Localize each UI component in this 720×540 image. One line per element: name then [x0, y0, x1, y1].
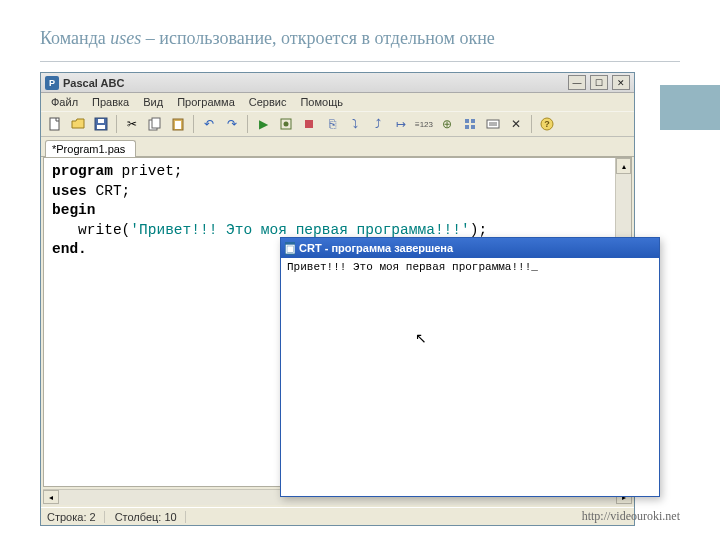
menubar: Файл Правка Вид Программа Сервис Помощь	[41, 93, 634, 111]
decorative-stripe	[660, 85, 720, 130]
run-icon[interactable]: ▶	[253, 114, 273, 134]
crt-titlebar[interactable]: ▣ CRT - программа завершена	[281, 238, 659, 258]
slide-title: Команда uses – использование, откроется …	[0, 0, 720, 61]
svg-rect-2	[97, 125, 105, 129]
crt-title-text: CRT - программа завершена	[299, 242, 453, 254]
bookmark-icon[interactable]: ≡123	[414, 114, 434, 134]
ide-title-text: Pascal ABC	[63, 77, 564, 89]
code-string: 'Привет!!! Это моя первая программа!!!'	[130, 222, 469, 238]
status-col: Столбец: 10	[115, 511, 186, 523]
step-icon[interactable]: ⎘	[322, 114, 342, 134]
code-kw-program: program	[52, 163, 113, 179]
output-icon[interactable]	[483, 114, 503, 134]
code-kw-uses: uses	[52, 183, 87, 199]
toolbar: ✂ ↶ ↷ ▶ ⎘ ⤵ ⤴ ↦ ≡123 ⊕ ✕ ?	[41, 111, 634, 137]
scroll-left-icon[interactable]: ◂	[43, 490, 59, 504]
svg-text:?: ?	[544, 119, 550, 129]
menu-service[interactable]: Сервис	[243, 95, 293, 109]
code-kw-end: end.	[52, 241, 87, 257]
svg-rect-14	[471, 125, 475, 129]
clear-icon[interactable]: ✕	[506, 114, 526, 134]
title-post: – использование, откроется в отдельном о…	[141, 28, 494, 48]
code-text: CRT;	[87, 183, 131, 199]
menu-program[interactable]: Программа	[171, 95, 241, 109]
pascal-icon: P	[45, 76, 59, 90]
statusbar: Строка: 2 Столбец: 10	[41, 507, 634, 525]
code-text: privet;	[113, 163, 183, 179]
svg-rect-10	[305, 120, 313, 128]
svg-rect-12	[471, 119, 475, 123]
svg-point-9	[284, 122, 289, 127]
watch-icon[interactable]: ⊕	[437, 114, 457, 134]
title-pre: Команда	[40, 28, 110, 48]
status-row: Строка: 2	[47, 511, 105, 523]
crt-icon: ▣	[285, 242, 295, 255]
crt-window[interactable]: ▣ CRT - программа завершена Привет!!! Эт…	[280, 237, 660, 497]
code-text: );	[470, 222, 487, 238]
menu-help[interactable]: Помощь	[294, 95, 349, 109]
stop-icon[interactable]	[299, 114, 319, 134]
editor-tab[interactable]: *Program1.pas	[45, 140, 136, 157]
svg-rect-0	[50, 118, 59, 130]
modules-icon[interactable]	[460, 114, 480, 134]
cut-icon[interactable]: ✂	[122, 114, 142, 134]
undo-icon[interactable]: ↶	[199, 114, 219, 134]
toolbar-separator	[247, 115, 248, 133]
save-icon[interactable]	[91, 114, 111, 134]
minimize-button[interactable]: —	[568, 75, 586, 90]
open-icon[interactable]	[68, 114, 88, 134]
title-underline	[40, 61, 680, 62]
redo-icon[interactable]: ↷	[222, 114, 242, 134]
svg-rect-5	[152, 118, 160, 128]
code-text: write(	[52, 222, 130, 238]
trace-icon[interactable]: ↦	[391, 114, 411, 134]
close-button[interactable]: ✕	[612, 75, 630, 90]
menu-view[interactable]: Вид	[137, 95, 169, 109]
toolbar-separator	[531, 115, 532, 133]
svg-rect-13	[465, 125, 469, 129]
title-uses: uses	[110, 28, 141, 48]
svg-rect-11	[465, 119, 469, 123]
menu-edit[interactable]: Правка	[86, 95, 135, 109]
scroll-up-icon[interactable]: ▴	[616, 158, 631, 174]
code-kw-begin: begin	[52, 202, 96, 218]
svg-rect-3	[98, 119, 104, 123]
copy-icon[interactable]	[145, 114, 165, 134]
maximize-button[interactable]: ☐	[590, 75, 608, 90]
crt-output: Привет!!! Это моя первая программа!!!_	[281, 258, 659, 276]
svg-rect-7	[175, 121, 181, 129]
toolbar-separator	[193, 115, 194, 133]
watermark: http://videouroki.net	[582, 509, 680, 524]
svg-rect-15	[487, 120, 499, 128]
new-file-icon[interactable]	[45, 114, 65, 134]
step-into-icon[interactable]: ⤵	[345, 114, 365, 134]
tabbar: *Program1.pas	[41, 137, 634, 157]
help-icon[interactable]: ?	[537, 114, 557, 134]
paste-icon[interactable]	[168, 114, 188, 134]
menu-file[interactable]: Файл	[45, 95, 84, 109]
toolbar-separator	[116, 115, 117, 133]
step-over-icon[interactable]: ⤴	[368, 114, 388, 134]
compile-icon[interactable]	[276, 114, 296, 134]
ide-titlebar[interactable]: P Pascal ABC — ☐ ✕	[41, 73, 634, 93]
